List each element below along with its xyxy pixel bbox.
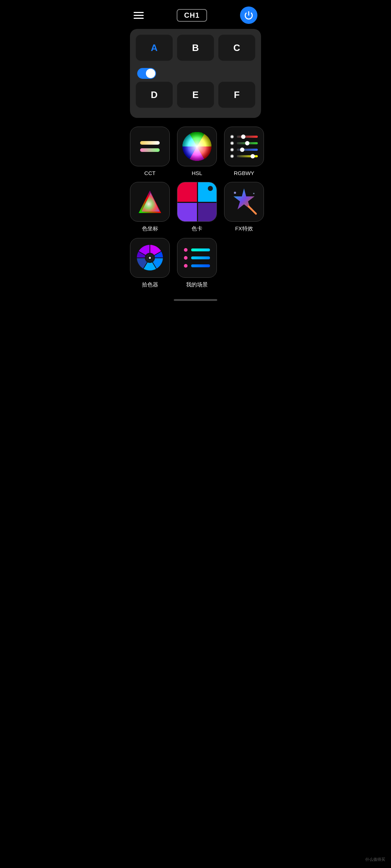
mode-color-coord[interactable]: 色坐标 xyxy=(130,182,170,232)
cct-label: CCT xyxy=(144,170,156,176)
picker-wheel-icon xyxy=(134,242,166,274)
picker-label: 拾色器 xyxy=(142,281,158,288)
fx-icon-box xyxy=(224,182,264,222)
fx-label: FX特效 xyxy=(235,225,253,232)
svg-point-8 xyxy=(234,192,236,194)
hsl-wheel-icon xyxy=(182,131,212,162)
scene-label: 我的场景 xyxy=(186,281,208,288)
color-coord-icon xyxy=(130,182,169,221)
channel-badge[interactable]: CH1 xyxy=(177,9,207,22)
header: CH1 xyxy=(125,0,266,29)
mode-color-card[interactable]: 色卡 xyxy=(177,182,217,232)
home-indicator xyxy=(174,299,217,301)
mode-rgbwy[interactable]: RGBWY xyxy=(224,127,264,176)
svg-point-22 xyxy=(149,257,151,259)
bottom-button-row: D E F xyxy=(136,82,255,108)
power-toggle[interactable] xyxy=(137,68,156,79)
mode-color-picker[interactable]: 拾色器 xyxy=(130,238,170,288)
my-scene-icon xyxy=(177,238,216,277)
mode-cct[interactable]: CCT xyxy=(130,127,170,176)
cct-icon-box xyxy=(130,127,170,166)
channel-btn-f[interactable]: F xyxy=(218,82,255,108)
svg-marker-7 xyxy=(234,188,255,209)
color-card-icon xyxy=(177,182,216,221)
fx-effects-icon xyxy=(224,182,264,221)
channel-btn-c[interactable]: C xyxy=(218,35,255,61)
cct-bar-cool xyxy=(140,148,160,152)
mode-fx[interactable]: FX特效 xyxy=(224,182,264,232)
svg-point-2 xyxy=(182,132,211,161)
color-picker-icon xyxy=(130,238,169,277)
cct-icon xyxy=(130,127,169,166)
hsl-icon-box xyxy=(177,127,217,166)
top-button-row: A B C xyxy=(136,35,255,61)
menu-button[interactable] xyxy=(134,12,144,19)
svg-line-11 xyxy=(249,207,256,214)
toggle-row xyxy=(136,65,255,82)
color-coord-label: 色坐标 xyxy=(142,225,158,232)
picker-icon-box xyxy=(130,238,170,278)
scene-icon-box xyxy=(177,238,217,278)
bottom-bar xyxy=(125,292,266,308)
channel-btn-d[interactable]: D xyxy=(136,82,173,108)
power-button[interactable] xyxy=(240,7,257,24)
rgbwy-icon-box xyxy=(224,127,264,166)
rgbwy-label: RGBWY xyxy=(234,170,255,176)
mode-hsl[interactable]: HSL xyxy=(177,127,217,176)
color-card-label: 色卡 xyxy=(192,225,202,232)
modes-grid: CCT xyxy=(125,127,266,288)
toggle-thumb xyxy=(146,69,155,78)
fx-star-icon xyxy=(228,186,260,218)
channel-btn-e[interactable]: E xyxy=(177,82,214,108)
channel-panel: A B C D E F xyxy=(130,29,261,118)
cct-bar-warm xyxy=(140,141,160,145)
color-coord-icon-box xyxy=(130,182,170,222)
channel-btn-b[interactable]: B xyxy=(177,35,214,61)
mode-my-scene[interactable]: 我的场景 xyxy=(177,238,217,288)
color-card-icon-box xyxy=(177,182,217,222)
svg-point-9 xyxy=(253,193,255,194)
hsl-label: HSL xyxy=(192,170,202,176)
rgbwy-sliders-icon xyxy=(224,127,264,166)
cie-diagram-icon xyxy=(135,187,165,217)
channel-btn-a[interactable]: A xyxy=(136,35,173,61)
